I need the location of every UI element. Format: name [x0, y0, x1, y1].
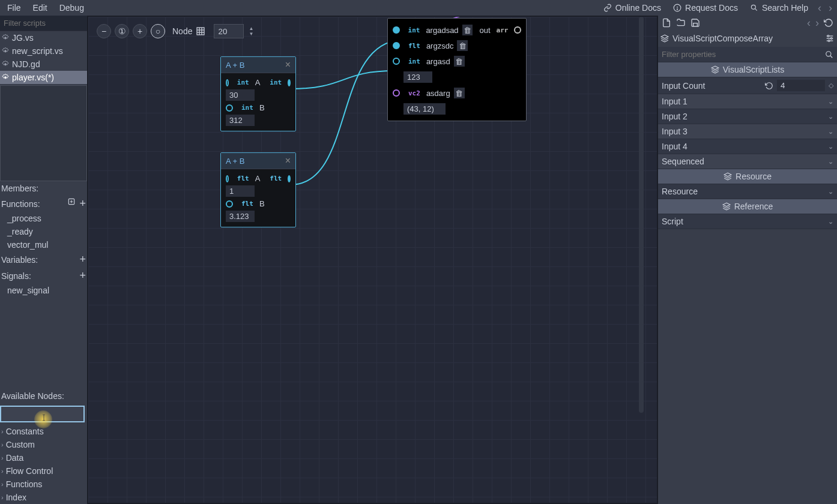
input-port[interactable] [393, 58, 400, 65]
node-category[interactable]: ›Custom [0, 438, 87, 451]
input-port[interactable] [226, 200, 233, 208]
section-resource[interactable]: Resource [658, 169, 837, 184]
zoom-spinner[interactable]: ▲▼ [249, 26, 253, 37]
spinner-icon[interactable]: ◇ [829, 82, 833, 89]
input-port[interactable] [393, 42, 400, 49]
svg-point-2 [677, 9, 677, 10]
node-label: Node [172, 26, 192, 36]
node-title: A + B [226, 157, 244, 166]
property-filter[interactable] [658, 47, 837, 62]
script-item-active[interactable]: player.vs(*) [0, 71, 87, 84]
add-function-icon[interactable]: + [79, 197, 86, 210]
snap-icon[interactable] [196, 26, 205, 36]
node-radio[interactable]: ○ [151, 24, 165, 38]
input-port[interactable] [393, 26, 400, 34]
request-docs-link[interactable]: Request Docs [667, 1, 744, 15]
graph-node-compose-array[interactable]: int argadsad 🗑 out arr flt argzsdc 🗑 i [387, 18, 527, 121]
history-back[interactable]: ‹ [807, 17, 811, 29]
input-port[interactable] [226, 104, 233, 112]
menu-edit[interactable]: Edit [27, 1, 53, 15]
input-port[interactable] [226, 79, 229, 86]
zoom-in-button[interactable]: + [133, 24, 147, 38]
input-port[interactable] [393, 89, 400, 97]
function-item[interactable]: _ready [0, 225, 87, 238]
graph-canvas[interactable]: − ① + ○ Node ▲▼ A + B× intAint intB A + … [87, 16, 658, 504]
function-item[interactable]: vector_mul [0, 238, 87, 251]
nav-fwd[interactable]: › [825, 2, 836, 14]
output-port[interactable] [288, 79, 291, 86]
graph-node-add-int[interactable]: A + B× intAint intB [220, 56, 296, 131]
prop-resource[interactable]: Resource⌄ [658, 184, 837, 199]
output-port[interactable] [288, 175, 291, 182]
menu-file[interactable]: File [1, 1, 27, 15]
alert-icon [673, 4, 681, 12]
script-item[interactable]: JG.vs [0, 31, 87, 44]
available-nodes-search[interactable] [0, 406, 85, 422]
node-category[interactable]: ›Data [0, 451, 87, 464]
function-item[interactable]: _process [0, 212, 87, 225]
value-input[interactable] [403, 71, 432, 83]
prop-input-1[interactable]: Input 1⌄ [658, 94, 837, 109]
connection-wires [88, 17, 657, 503]
nav-back[interactable]: ‹ [814, 2, 825, 14]
gear-icon [1, 47, 10, 55]
value-input[interactable] [226, 211, 255, 222]
svg-line-26 [830, 55, 833, 58]
object-icon [660, 34, 669, 43]
close-icon[interactable]: × [285, 155, 291, 166]
history-icon[interactable] [824, 18, 833, 28]
prop-sequenced[interactable]: Sequenced⌄ [658, 154, 837, 169]
node-category[interactable]: ›Index [0, 491, 87, 504]
canvas-scrollbar[interactable] [639, 17, 644, 413]
prop-input-3[interactable]: Input 3⌄ [658, 124, 837, 139]
input-count-field[interactable] [777, 80, 825, 91]
node-category[interactable]: ›Constants [0, 425, 87, 438]
new-resource-icon[interactable] [662, 18, 671, 28]
object-icon [711, 65, 719, 74]
help-search-icon [750, 4, 758, 12]
settings-icon[interactable] [825, 34, 835, 43]
input-port[interactable] [226, 175, 229, 182]
add-variable-icon[interactable]: + [79, 253, 86, 266]
online-docs-link[interactable]: Online Docs [597, 1, 667, 15]
gear-icon [1, 34, 10, 42]
history-fwd[interactable]: › [815, 17, 819, 29]
prop-input-2[interactable]: Input 2⌄ [658, 109, 837, 124]
prop-script[interactable]: Script⌄ [658, 214, 837, 229]
node-category[interactable]: ›Flow Control [0, 464, 87, 478]
script-item[interactable]: NJD.gd [0, 58, 87, 71]
menu-debug[interactable]: Debug [53, 1, 90, 15]
save-icon[interactable] [690, 18, 700, 28]
script-item[interactable]: new_script.vs [0, 44, 87, 58]
section-reference[interactable]: Reference [658, 199, 837, 214]
script-search[interactable] [0, 16, 87, 31]
zoom-input[interactable] [214, 24, 244, 38]
override-icon[interactable] [67, 197, 76, 206]
zoom-reset-button[interactable]: ① [115, 24, 129, 38]
value-input[interactable] [226, 89, 255, 101]
value-input[interactable] [226, 185, 255, 197]
add-signal-icon[interactable]: + [79, 269, 86, 282]
open-folder-icon[interactable] [676, 18, 686, 28]
property-filter-input[interactable] [662, 50, 825, 59]
value-input[interactable] [226, 115, 255, 126]
zoom-out-button[interactable]: − [97, 24, 111, 38]
signal-item[interactable]: new_signal [0, 284, 87, 297]
value-input[interactable] [403, 103, 446, 115]
prop-input-4[interactable]: Input 4⌄ [658, 139, 837, 154]
graph-node-add-flt[interactable]: A + B× fltAflt fltB [220, 152, 296, 227]
search-help-link[interactable]: Search Help [744, 1, 814, 15]
delete-icon[interactable]: 🗑 [454, 88, 465, 98]
section-visualscriptlists[interactable]: VisualScriptLists [658, 62, 837, 77]
output-port[interactable] [514, 26, 521, 34]
delete-icon[interactable]: 🗑 [454, 56, 465, 67]
node-category[interactable]: ›Functions [0, 478, 87, 491]
revert-icon[interactable] [765, 82, 773, 90]
node-title: A + B [226, 61, 244, 70]
delete-icon[interactable]: 🗑 [462, 25, 473, 35]
delete-icon[interactable]: 🗑 [457, 40, 468, 51]
close-icon[interactable]: × [285, 59, 291, 70]
svg-point-25 [826, 51, 831, 56]
functions-header: Functions: + [0, 196, 87, 212]
svg-rect-14 [197, 28, 204, 35]
